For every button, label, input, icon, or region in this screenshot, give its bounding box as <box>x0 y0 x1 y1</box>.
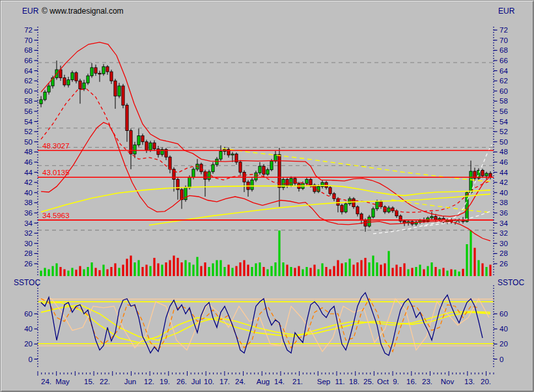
svg-text:36: 36 <box>499 209 508 217</box>
svg-text:Sep: Sep <box>317 378 330 385</box>
svg-text:32: 32 <box>499 229 508 237</box>
svg-text:20: 20 <box>24 340 33 348</box>
svg-text:38: 38 <box>499 199 508 206</box>
ma-yellow-slow <box>41 186 490 212</box>
svg-text:13.: 13. <box>464 378 475 385</box>
bollinger-lower <box>41 122 490 241</box>
svg-text:19.: 19. <box>160 378 170 385</box>
svg-text:40: 40 <box>499 325 508 333</box>
svg-text:70: 70 <box>24 36 33 44</box>
svg-text:21.: 21. <box>292 378 303 385</box>
svg-text:72: 72 <box>24 26 33 34</box>
chart-window: EUR © www.tradesignal.com EUR SSTOC SSTO… <box>0 0 534 392</box>
svg-text:24.: 24. <box>235 378 246 385</box>
svg-text:66: 66 <box>499 57 508 64</box>
overlays-layer <box>41 42 492 241</box>
svg-text:26: 26 <box>499 260 508 268</box>
svg-text:Aug: Aug <box>257 378 270 385</box>
svg-text:17.: 17. <box>219 378 230 385</box>
svg-text:28: 28 <box>499 249 508 257</box>
svg-text:72: 72 <box>499 26 508 34</box>
svg-text:22.: 22. <box>100 378 110 385</box>
svg-text:May: May <box>55 378 70 385</box>
svg-text:20.: 20. <box>481 378 491 385</box>
svg-text:60: 60 <box>499 87 508 95</box>
svg-text:12.: 12. <box>144 378 154 385</box>
svg-text:48: 48 <box>499 148 508 156</box>
price-axis-layer: 7272707068686666646462626060585856565454… <box>24 26 508 277</box>
svg-text:62: 62 <box>24 77 33 85</box>
svg-text:38: 38 <box>24 199 33 206</box>
svg-text:Nov: Nov <box>441 378 455 385</box>
svg-text:50: 50 <box>24 138 33 146</box>
svg-text:20: 20 <box>499 340 508 348</box>
svg-text:9.: 9. <box>393 378 399 385</box>
svg-text:48.3027: 48.3027 <box>42 142 70 150</box>
svg-text:58: 58 <box>499 97 508 105</box>
price-chart: 48.302743.013534.59637272707068686666646… <box>1 1 534 392</box>
svg-text:32: 32 <box>24 229 33 237</box>
svg-text:42: 42 <box>499 178 508 186</box>
svg-text:15.: 15. <box>84 378 94 385</box>
svg-text:44: 44 <box>499 169 508 176</box>
svg-text:16.: 16. <box>406 378 417 385</box>
svg-text:40: 40 <box>24 325 33 333</box>
svg-text:11.: 11. <box>335 378 344 385</box>
svg-text:54: 54 <box>24 118 33 126</box>
svg-text:Jun: Jun <box>124 378 137 385</box>
svg-text:34.5963: 34.5963 <box>42 212 70 219</box>
svg-text:34: 34 <box>24 219 33 227</box>
svg-text:54: 54 <box>499 118 508 126</box>
svg-text:48: 48 <box>24 148 33 156</box>
svg-text:26: 26 <box>24 260 33 268</box>
svg-text:24.: 24. <box>41 378 51 385</box>
svg-text:43.0135: 43.0135 <box>42 169 70 176</box>
svg-text:23.: 23. <box>422 378 432 385</box>
svg-text:40: 40 <box>499 189 508 197</box>
svg-text:36: 36 <box>24 209 33 217</box>
svg-text:18.: 18. <box>349 378 359 385</box>
svg-text:64: 64 <box>24 67 33 75</box>
svg-text:0: 0 <box>29 356 33 363</box>
svg-text:56: 56 <box>24 107 33 115</box>
svg-text:64: 64 <box>499 67 508 75</box>
svg-text:34: 34 <box>499 219 508 227</box>
svg-text:28: 28 <box>24 249 33 257</box>
svg-text:10.: 10. <box>204 378 214 385</box>
svg-text:30: 30 <box>24 240 33 247</box>
stoch-slow-yellow-2 <box>41 305 490 341</box>
svg-text:0: 0 <box>499 356 503 363</box>
svg-text:62: 62 <box>499 77 508 85</box>
svg-text:58: 58 <box>24 97 33 105</box>
candles-layer <box>40 61 492 232</box>
svg-text:46: 46 <box>24 158 33 166</box>
svg-text:44: 44 <box>24 169 33 176</box>
svg-text:Oct: Oct <box>377 378 389 385</box>
svg-text:30: 30 <box>499 240 508 247</box>
svg-text:60: 60 <box>24 310 33 318</box>
svg-text:68: 68 <box>24 46 33 54</box>
svg-text:42: 42 <box>24 178 33 186</box>
svg-text:60: 60 <box>24 87 33 95</box>
svg-text:46: 46 <box>499 158 508 166</box>
svg-text:50: 50 <box>499 138 508 146</box>
date-axis-layer: 24.May15.22.Jun12.19.26.Jul10.17.24.Aug1… <box>38 371 494 385</box>
svg-text:26.: 26. <box>176 378 187 385</box>
svg-text:70: 70 <box>499 36 508 44</box>
svg-text:Jul: Jul <box>191 378 201 385</box>
svg-text:52: 52 <box>499 128 508 135</box>
price-levels-layer: 48.302743.013534.5963 <box>38 142 494 220</box>
svg-text:14.: 14. <box>274 378 285 385</box>
svg-text:66: 66 <box>24 57 33 64</box>
svg-text:68: 68 <box>499 46 508 54</box>
svg-text:25.: 25. <box>363 378 374 385</box>
svg-text:52: 52 <box>24 128 33 135</box>
svg-text:60: 60 <box>499 310 508 318</box>
svg-text:40: 40 <box>24 189 33 197</box>
svg-text:56: 56 <box>499 107 508 115</box>
volume-layer <box>40 231 491 276</box>
